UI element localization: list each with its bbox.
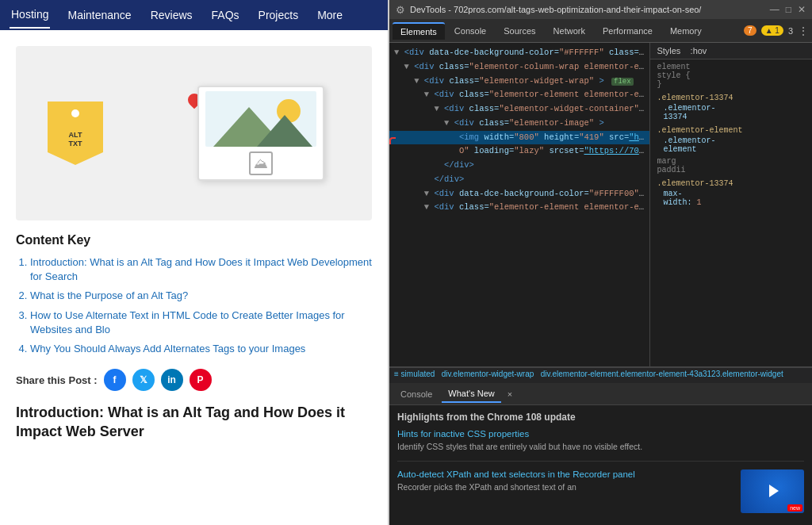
devtools-icon: ⚙ bbox=[396, 4, 405, 16]
price-tag-icon: ALTTXT bbox=[48, 102, 103, 165]
breadcrumb-separator-1 bbox=[437, 370, 439, 378]
youtube-thumbnail[interactable]: new bbox=[741, 469, 804, 513]
table-of-contents: Introduction: What is an Alt Tag and How… bbox=[16, 255, 372, 356]
element-line-2: ▼ <div class="elementor-column-wrap elem… bbox=[389, 60, 649, 75]
caret-icon[interactable]: ▼ bbox=[394, 48, 399, 57]
devtools-more-icon[interactable]: ⋮ bbox=[798, 25, 809, 37]
nav-faqs[interactable]: FAQs bbox=[210, 2, 241, 28]
annotation-curve bbox=[389, 137, 396, 144]
element-line-1: ▼ <div data-dce-background-color="#FFFFF… bbox=[389, 46, 649, 60]
element-line-heading: ▼ <div class="elementor-element elemento… bbox=[389, 201, 649, 215]
styles-header: Styles :hov bbox=[650, 43, 812, 59]
maximize-button[interactable]: □ bbox=[786, 4, 791, 15]
element-line-3: ▼ <div class="elementor-widget-wrap" > f… bbox=[389, 75, 649, 89]
top-navigation: Hosting Maintenance Reviews FAQs Project… bbox=[0, 0, 388, 30]
toc-item-4[interactable]: Why You Should Always Add Alternates Tag… bbox=[30, 342, 372, 356]
website-content: ALTTXT ⛰ Content Key Introduction: What … bbox=[0, 30, 388, 525]
twitter-share-button[interactable]: 𝕏 bbox=[132, 369, 155, 391]
mountain-shape-2 bbox=[257, 115, 312, 147]
error-count-badge: 7 bbox=[744, 25, 756, 36]
toc-item-2[interactable]: What is the Purpose of an Alt Tag? bbox=[30, 289, 372, 303]
flex-badge-3: flex bbox=[611, 78, 634, 86]
element-line-6: ▼ <div class="elementor-image" > bbox=[389, 117, 649, 131]
element-close-2: </div> bbox=[389, 173, 649, 187]
whats-new-text-1: Hints for inactive CSS properties Identi… bbox=[397, 429, 804, 453]
element-line-5: ▼ <div class="elementor-widget-container… bbox=[389, 102, 649, 117]
devtools-bottom-panel: ≡ simulated div.elementor-widget-wrap di… bbox=[389, 366, 812, 525]
image-placeholder-icon: ⛰ bbox=[249, 151, 273, 175]
element-close-1: </div> bbox=[389, 159, 649, 173]
nav-more[interactable]: More bbox=[316, 2, 344, 28]
devtools-tab-right-badges: 7 ▲ 1 3 ⋮ bbox=[744, 25, 809, 37]
style-selector-2: .elementor-element bbox=[657, 126, 806, 135]
price-tag-text: ALTTXT bbox=[69, 131, 82, 148]
breadcrumb-element[interactable]: div.elementor-element.elementor-element-… bbox=[541, 370, 783, 378]
breadcrumb-simulated[interactable]: ≡ simulated bbox=[394, 370, 435, 378]
whats-new-desc-1: Identify CSS styles that are entirely va… bbox=[397, 441, 804, 453]
style-post-props: max- width: 1 bbox=[657, 190, 806, 207]
margin-label: marg paddii bbox=[657, 157, 806, 174]
tab-whats-new[interactable]: What's New bbox=[442, 385, 500, 403]
elements-panel: ▼ <div data-dce-background-color="#FFFFF… bbox=[389, 43, 650, 366]
tab-console-bottom[interactable]: Console bbox=[394, 386, 439, 402]
pinterest-share-button[interactable]: P bbox=[190, 369, 212, 391]
play-icon bbox=[769, 485, 779, 497]
whats-new-item-2: Auto-detect XPath and text selectors in … bbox=[397, 469, 804, 513]
breadcrumb-widget-wrap[interactable]: div.elementor-widget-wrap bbox=[442, 370, 534, 378]
article-hero-image: ⛰ bbox=[197, 86, 324, 181]
tab-sources[interactable]: Sources bbox=[496, 23, 543, 39]
share-label: Share this Post : bbox=[16, 374, 98, 386]
tab-network[interactable]: Network bbox=[546, 23, 593, 39]
style-selector-post: .elementor-13374 bbox=[657, 179, 806, 188]
nav-hosting[interactable]: Hosting bbox=[10, 2, 50, 29]
article-title: Introduction: What is an Alt Tag and How… bbox=[16, 404, 372, 441]
style-block-1: .elementor- 13374 bbox=[657, 104, 806, 121]
mountain-sky bbox=[205, 91, 316, 147]
breadcrumb-separator-2 bbox=[536, 370, 538, 378]
linkedin-share-button[interactable]: in bbox=[161, 369, 183, 391]
devtools-tab-bar: Elements Console Sources Network Perform… bbox=[389, 19, 812, 43]
devtools-titlebar: ⚙ DevTools - 702pros.com/alt-tags-web-op… bbox=[389, 0, 812, 19]
styles-label: Styles bbox=[657, 46, 680, 56]
devtools-main-area: ▼ <div data-dce-background-color="#FFFFF… bbox=[389, 43, 812, 366]
hero-image: ALTTXT ⛰ bbox=[16, 46, 372, 220]
bottom-tab-bar: Console What's New × bbox=[389, 383, 812, 405]
whats-new-desc-2: Recorder picks the XPath and shortest te… bbox=[397, 481, 734, 493]
nav-maintenance[interactable]: Maintenance bbox=[66, 2, 132, 28]
titlebar-controls: — □ ✕ bbox=[770, 4, 806, 15]
close-whats-new[interactable]: × bbox=[508, 389, 512, 399]
nav-reviews[interactable]: Reviews bbox=[149, 2, 194, 28]
toc-item-1[interactable]: Introduction: What is an Alt Tag and How… bbox=[30, 255, 372, 284]
whats-new-text-2: Auto-detect XPath and text selectors in … bbox=[397, 469, 734, 513]
tab-elements[interactable]: Elements bbox=[393, 22, 445, 40]
styles-content: elementstyle {} .elementor-13374 .elemen… bbox=[650, 59, 812, 366]
tab-memory[interactable]: Memory bbox=[662, 23, 710, 39]
style-selector-1: .elementor-13374 bbox=[657, 94, 806, 102]
elements-content[interactable]: ▼ <div data-dce-background-color="#FFFFF… bbox=[389, 43, 649, 366]
whats-new-header: Highlights from the Chrome 108 update bbox=[397, 412, 804, 423]
devtools-title: DevTools - 702pros.com/alt-tags-web-opti… bbox=[410, 5, 770, 14]
nav-projects[interactable]: Projects bbox=[257, 2, 301, 28]
info-badge: 3 bbox=[788, 26, 793, 36]
warning-count-badge: ▲ 1 bbox=[761, 25, 783, 36]
element-line-img[interactable]: <img width="800" height="419" src="https… bbox=[389, 131, 649, 145]
element-line-img-cont: O" loading="lazy" srcset="https://702pro… bbox=[389, 144, 649, 159]
bottom-content: Highlights from the Chrome 108 update Hi… bbox=[389, 405, 812, 525]
share-row: Share this Post : f 𝕏 in P bbox=[16, 369, 372, 391]
facebook-share-button[interactable]: f bbox=[104, 369, 126, 391]
tab-console[interactable]: Console bbox=[446, 23, 494, 39]
hover-label[interactable]: :hov bbox=[691, 46, 707, 56]
youtube-badge: new bbox=[787, 504, 802, 512]
whats-new-title-2[interactable]: Auto-detect XPath and text selectors in … bbox=[397, 469, 734, 479]
whats-new-item-1: Hints for inactive CSS properties Identi… bbox=[397, 429, 804, 462]
content-key-heading: Content Key bbox=[16, 233, 372, 247]
whats-new-title-1[interactable]: Hints for inactive CSS properties bbox=[397, 429, 804, 439]
close-button[interactable]: ✕ bbox=[798, 4, 806, 15]
element-label: elementstyle {} bbox=[657, 63, 806, 89]
styles-panel: Styles :hov elementstyle {} .elementor-1… bbox=[650, 43, 812, 366]
element-line-toc: ▼ <div data-dce-background-color="#FFFFF… bbox=[389, 187, 649, 201]
tab-performance[interactable]: Performance bbox=[595, 23, 661, 39]
website-panel: Hosting Maintenance Reviews FAQs Project… bbox=[0, 0, 389, 525]
minimize-button[interactable]: — bbox=[770, 4, 779, 15]
toc-item-3[interactable]: How to Use Alternate Text in HTML Code t… bbox=[30, 308, 372, 337]
